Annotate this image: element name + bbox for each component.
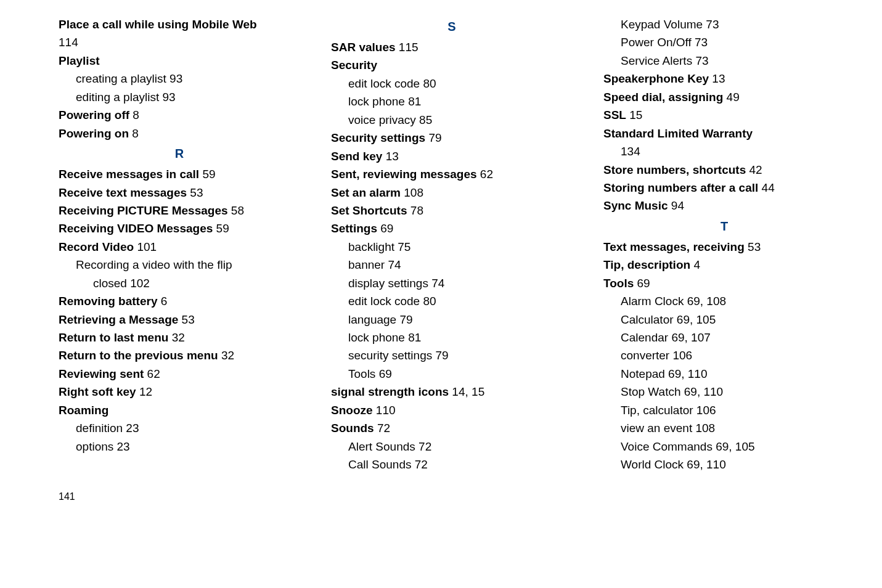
index-entry: Recording a video with the flip xyxy=(76,256,300,274)
index-term: Removing battery xyxy=(59,295,157,308)
index-entry: Removing battery 6 xyxy=(59,292,300,310)
index-entry: SSL 15 xyxy=(603,106,845,124)
index-entry: Receive text messages 53 xyxy=(59,184,300,202)
index-page-ref: creating a playlist 93 xyxy=(76,72,182,85)
index-entry: definition 23 xyxy=(76,419,300,437)
index-page-ref: 62 xyxy=(477,168,493,181)
index-entry: Roaming xyxy=(59,401,300,419)
index-entry: Send key 13 xyxy=(331,147,573,165)
index-term: Security xyxy=(331,59,377,71)
index-term: Speakerphone Key xyxy=(603,72,709,85)
index-term: Return to last menu xyxy=(59,331,168,344)
index-entry: Sounds 72 xyxy=(331,419,573,437)
index-term: Storing numbers after a call xyxy=(603,181,758,194)
index-page-ref: definition 23 xyxy=(76,422,139,435)
index-page-ref: 14, 15 xyxy=(449,385,484,398)
index-term: Reviewing sent xyxy=(59,367,144,380)
section-letter: S xyxy=(331,17,573,36)
index-entry: Tools 69 xyxy=(603,274,845,292)
index-entry: Tools 69 xyxy=(348,365,573,383)
index-entry: Receiving PICTURE Messages 58 xyxy=(59,202,300,219)
index-term: Sync Music xyxy=(603,199,668,212)
index-term: Sent, reviewing messages xyxy=(331,168,477,181)
index-entry: Return to last menu 32 xyxy=(59,329,300,346)
index-term: Powering off xyxy=(59,108,129,121)
index-entry: creating a playlist 93 xyxy=(76,70,300,88)
index-entry: converter 106 xyxy=(621,346,845,364)
index-page-ref: 101 xyxy=(134,240,157,253)
index-entry: backlight 75 xyxy=(348,238,573,256)
index-page-ref: 58 xyxy=(228,204,244,217)
index-term: Set Shortcuts xyxy=(331,204,407,217)
index-page-ref: Calculator 69, 105 xyxy=(621,313,716,326)
index-term: Security settings xyxy=(331,131,425,144)
index-page-ref: Recording a video with the flip xyxy=(76,258,232,271)
index-page-ref: edit lock code 80 xyxy=(348,77,436,90)
index-page-ref: closed 102 xyxy=(93,277,150,290)
index-entry: Tip, calculator 106 xyxy=(621,401,845,419)
index-page-ref: 4 xyxy=(690,258,700,271)
section-letter: R xyxy=(59,144,300,163)
section-letter: T xyxy=(603,217,845,236)
index-entry: Playlist xyxy=(59,52,300,70)
index-entry: Powering off 8 xyxy=(59,106,300,124)
index-page-ref: 110 xyxy=(373,404,396,417)
index-entry: SAR values 115 xyxy=(331,38,573,56)
index-term: Tools xyxy=(603,277,634,290)
index-entry: lock phone 81 xyxy=(348,329,573,346)
index-page-ref: 13 xyxy=(709,72,725,85)
index-entry: Receiving VIDEO Messages 59 xyxy=(59,219,300,237)
index-term: Record Video xyxy=(59,240,134,253)
index-page-ref: Notepad 69, 110 xyxy=(621,367,708,380)
index-entry: Sync Music 94 xyxy=(603,197,845,214)
index-entry: Security settings 79 xyxy=(331,129,573,147)
index-page-ref: converter 106 xyxy=(621,349,692,362)
index-entry: view an event 108 xyxy=(621,419,845,437)
index-page-ref: backlight 75 xyxy=(348,240,410,253)
index-entry: banner 74 xyxy=(348,256,573,274)
index-columns: Place a call while using Mobile Web114Pl… xyxy=(59,15,845,474)
index-entry: voice privacy 85 xyxy=(348,111,573,129)
index-page-ref: 42 xyxy=(746,163,762,176)
index-entry: Settings 69 xyxy=(331,219,573,237)
index-term: Standard Limited Warranty xyxy=(603,127,753,140)
index-entry: Return to the previous menu 32 xyxy=(59,346,300,364)
index-page-ref: 8 xyxy=(129,127,139,140)
index-page-ref: lock phone 81 xyxy=(348,95,421,108)
index-term: Receive messages in call xyxy=(59,168,199,181)
index-entry: Stop Watch 69, 110 xyxy=(621,383,845,401)
index-term: Receiving VIDEO Messages xyxy=(59,222,213,235)
index-page-ref: 115 xyxy=(396,41,419,54)
index-entry: Keypad Volume 73 xyxy=(621,15,845,33)
index-page-ref: lock phone 81 xyxy=(348,331,421,344)
index-entry: Record Video 101 xyxy=(59,238,300,256)
index-entry: editing a playlist 93 xyxy=(76,88,300,106)
index-page-ref: voice privacy 85 xyxy=(348,113,432,126)
index-column-1: Place a call while using Mobile Web114Pl… xyxy=(59,15,300,474)
index-page-ref: Service Alerts 73 xyxy=(621,54,709,67)
index-entry: Receive messages in call 59 xyxy=(59,165,300,183)
index-entry: World Clock 69, 110 xyxy=(621,455,845,473)
index-term: Store numbers, shortcuts xyxy=(603,163,746,176)
index-term: SAR values xyxy=(331,41,396,54)
index-entry: Retrieving a Message 53 xyxy=(59,311,300,329)
index-term: Powering on xyxy=(59,127,129,140)
index-page-ref: Call Sounds 72 xyxy=(348,458,428,471)
index-column-3: Keypad Volume 73Power On/Off 73Service A… xyxy=(603,15,845,474)
index-entry: Calendar 69, 107 xyxy=(621,329,845,346)
index-term: Return to the previous menu xyxy=(59,349,218,362)
index-entry: language 79 xyxy=(348,311,573,329)
index-term: Sounds xyxy=(331,422,374,435)
index-term: Speed dial, assigning xyxy=(603,91,723,104)
index-entry: Store numbers, shortcuts 42 xyxy=(603,161,845,179)
index-page-ref: Power On/Off 73 xyxy=(621,36,708,49)
index-entry: Power On/Off 73 xyxy=(621,33,845,51)
index-column-2: SSAR values 115Securityedit lock code 80… xyxy=(331,15,573,474)
index-entry: Standard Limited Warranty xyxy=(603,125,845,142)
index-term: Send key xyxy=(331,150,382,163)
index-page-ref: 62 xyxy=(144,367,160,380)
index-page-ref: display settings 74 xyxy=(348,277,444,290)
index-page-ref: 59 xyxy=(199,168,215,181)
index-page-ref: 114 xyxy=(59,36,78,49)
index-entry: Speed dial, assigning 49 xyxy=(603,88,845,106)
